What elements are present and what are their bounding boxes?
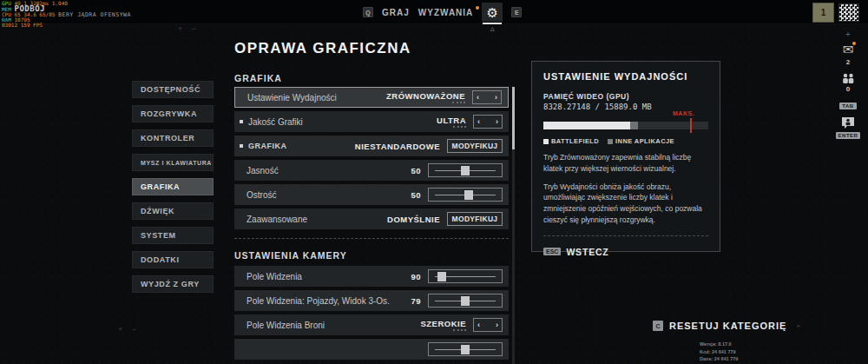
partial-slider[interactable] [428, 342, 503, 356]
row-brightness[interactable]: Jasność 50 [234, 160, 509, 181]
social-button[interactable] [841, 116, 855, 129]
modify-button[interactable]: MODYFIKUJ [447, 139, 503, 153]
slider-handle[interactable] [461, 296, 470, 306]
sidebar-item-kontroler[interactable]: KONTROLER [132, 129, 214, 147]
right-rail: + ✉ 2 0 TAB ENTER [835, 30, 861, 146]
sharpness-slider[interactable] [428, 188, 503, 202]
friends-button[interactable] [841, 73, 855, 84]
fov-slider[interactable] [428, 269, 503, 283]
decor-plus: + [118, 325, 122, 334]
settings-sidebar: DOSTĘPNOŚĆ ROZGRYWKA KONTROLER MYSZ I KL… [132, 81, 214, 293]
setting-value: 90 [411, 272, 421, 281]
player-card-icon[interactable] [838, 3, 859, 22]
tab-settings[interactable]: ⚙ △ [482, 3, 503, 22]
row-advanced[interactable]: Zaawansowane DOMYŚLNIE MODYFIKUJ [234, 208, 509, 229]
vram-max-label: MAKS. [673, 110, 694, 116]
sidebar-item-dostepnosc[interactable]: DOSTĘPNOŚĆ [132, 81, 214, 98]
settings-rows: Ustawienie Wydajności ZRÓWNOWAŻONE ‹ › J… [234, 87, 509, 233]
reset-category-action[interactable]: C RESETUJ KATEGORIĘ + [653, 321, 800, 331]
sidebar-item-dodatki[interactable]: DODATKI [132, 251, 214, 268]
section-label-grafika: GRAFIKA [234, 73, 282, 83]
key-e-badge: E [511, 7, 522, 17]
sidebar-item-dzwiek[interactable]: DŹWIĘK [132, 202, 214, 220]
row-sharpness[interactable]: Ostrość 50 [234, 184, 509, 205]
vram-label: PAMIĘĆ WIDEO (GPU) [543, 92, 708, 101]
setting-value: SZEROKIE [420, 319, 466, 328]
back-action[interactable]: ESC WSTECZ [543, 247, 708, 257]
slider-handle[interactable] [461, 166, 470, 175]
notification-dot [476, 6, 479, 10]
version-line: Wersja: 8.17.0 [700, 341, 738, 348]
sidebar-item-system[interactable]: SYSTEM [132, 227, 214, 244]
row-fov-vehicle[interactable]: Pole Widzenia: Pojazdy, Widok 3-Os. 79 [234, 290, 509, 311]
brightness-slider[interactable] [428, 163, 503, 177]
squad-button[interactable]: 1 [812, 3, 834, 23]
key-esc-badge: ESC [543, 248, 561, 255]
decor-minus: − [132, 325, 136, 334]
nav-challenges-label: WYZWANIA [418, 8, 474, 17]
chevron-right-icon[interactable]: › [496, 321, 498, 329]
chevron-left-icon[interactable]: ‹ [477, 321, 480, 329]
setting-value: NIESTANDARDOWE [355, 142, 440, 151]
top-bar: GPU 49.1 3202ms 1.040 MEM PODBÓJ CPU 65 … [0, 0, 868, 24]
row-graphics-quality[interactable]: Jakość Grafiki ULTRA ‹ › [234, 111, 509, 132]
info-panel: USTAWIENIE WYDAJNOŚCI PAMIĘĆ WIDEO (GPU)… [531, 61, 720, 252]
active-tab-caret: △ [490, 25, 495, 31]
row-graphics-custom[interactable]: GRAFIKA NIESTANDARDOWE MODYFIKUJ [234, 136, 509, 156]
reset-category-label: RESETUJ KATEGORIĘ [669, 321, 786, 331]
modified-bullet [240, 120, 243, 123]
fov-vehicle-slider[interactable] [428, 294, 503, 308]
setting-label: Pole Widzenia Broni [247, 321, 325, 330]
performance-overlay: GPU 49.1 3202ms 1.040 MEM PODBÓJ CPU 65 … [2, 1, 131, 28]
chevron-left-icon[interactable]: ‹ [477, 93, 479, 102]
mail-count: 2 [846, 58, 850, 66]
mail-notification-dot [852, 42, 856, 45]
setting-label: Zaawansowane [247, 215, 307, 224]
slider-handle[interactable] [437, 272, 446, 281]
row-performance-preset[interactable]: Ustawienie Wydajności ZRÓWNOWAŻONE ‹ › [234, 87, 509, 108]
chevron-left-icon[interactable]: ‹ [477, 117, 480, 126]
scrollbar-thumb[interactable] [512, 87, 515, 149]
panel-separator [543, 235, 708, 236]
setting-label: GRAFIKA [248, 142, 287, 150]
setting-value: ZRÓWNOWAŻONE [386, 91, 465, 101]
vram-bar-used [543, 122, 630, 129]
modify-button[interactable]: MODYFIKUJ [447, 212, 503, 226]
setting-label: Ustawienie Wydajności [247, 93, 337, 103]
chevron-right-icon[interactable]: › [495, 93, 497, 102]
chat-person-icon [841, 116, 855, 129]
sidebar-item-grafika[interactable]: GRAFIKA [132, 178, 214, 195]
vram-legend: BATTLEFIELD INNE APLIKACJE [543, 137, 708, 145]
description-performance: Tryb Wydajności obniża jakość obrazu, um… [543, 182, 708, 226]
setting-value: ULTRA [437, 116, 466, 125]
setting-label: Pole Widzenia: Pojazdy, Widok 3-Os. [247, 296, 390, 306]
stepper-performance-preset[interactable]: ‹ › [472, 90, 502, 104]
stepper-graphics-quality[interactable]: ‹ › [473, 115, 503, 129]
chevron-right-icon[interactable]: › [496, 117, 498, 126]
build-info: Wersja: 8.17.0 Kod: 24 641 779 Dane: 24 … [700, 341, 738, 363]
stepper-fov-weapon[interactable]: ‹ › [473, 318, 503, 332]
active-tab-underline [483, 23, 502, 24]
option-dots [452, 102, 465, 103]
slider-handle[interactable] [464, 190, 473, 200]
sidebar-item-wyjdz-z-gry[interactable]: WYJDŹ Z GRY [132, 275, 214, 293]
vram-max-marker [690, 118, 692, 133]
slider-handle[interactable] [461, 345, 470, 354]
setting-label: Jasność [247, 166, 279, 175]
nav-challenges[interactable]: WYZWANIA [418, 8, 474, 17]
vram-bar-other [630, 122, 639, 129]
messages-button[interactable]: ✉ [843, 42, 854, 57]
sidebar-item-rozgrywka[interactable]: ROZGRYWKA [132, 105, 214, 122]
row-fov[interactable]: Pole Widzenia 90 [234, 266, 509, 287]
legend-square-other [608, 139, 613, 144]
friends-icon [841, 73, 855, 84]
setting-label: Pole Widzenia [247, 272, 302, 281]
nav-play[interactable]: GRAJ [382, 8, 410, 17]
decor-plus: + [178, 24, 182, 33]
sidebar-item-mysz-i-klawiatura[interactable]: MYSZ I KLAWIATURA [132, 154, 214, 171]
dane-line: Dane: 24 641 779 [700, 355, 738, 363]
row-partial[interactable] [234, 339, 509, 360]
row-fov-weapon[interactable]: Pole Widzenia Broni SZEROKIE ‹ › [234, 314, 509, 335]
key-q-badge: Q [363, 7, 373, 17]
setting-value: 50 [411, 190, 421, 200]
